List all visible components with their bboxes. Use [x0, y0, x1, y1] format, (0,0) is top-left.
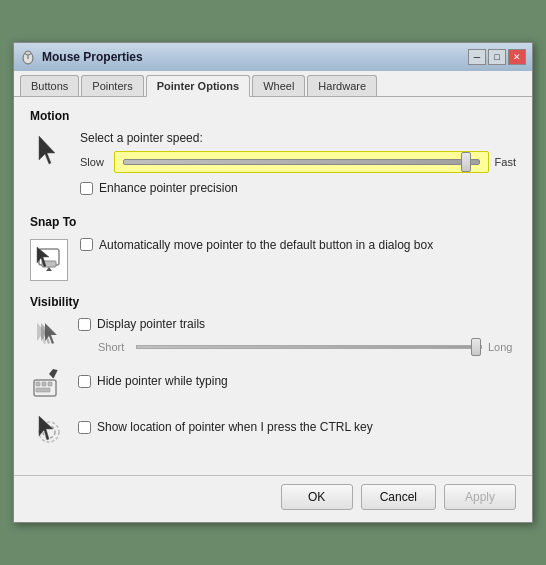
trails-checkbox[interactable]	[78, 318, 91, 331]
trails-icon	[30, 318, 68, 356]
svg-marker-3	[39, 136, 55, 164]
trails-controls: Display pointer trails Short Long	[78, 317, 516, 357]
svg-marker-20	[39, 416, 53, 440]
speed-label: Select a pointer speed:	[80, 131, 516, 145]
trails-item: Display pointer trails Short Long	[30, 317, 516, 357]
show-location-checkbox[interactable]	[78, 421, 91, 434]
fast-label: Fast	[495, 156, 516, 168]
show-location-row: Show location of pointer when I press th…	[78, 420, 516, 434]
keyboard-cursor-icon	[31, 366, 67, 402]
snap-cursor-icon	[35, 245, 63, 275]
tab-pointers[interactable]: Pointers	[81, 75, 143, 96]
snap-to-body: Automatically move pointer to the defaul…	[30, 237, 516, 281]
title-bar-left: Mouse Properties	[20, 49, 143, 65]
visibility-title: Visibility	[30, 295, 516, 309]
title-buttons: ─ □ ✕	[468, 49, 526, 65]
short-label: Short	[98, 341, 130, 353]
motion-body: Select a pointer speed: Slow Fast Enhanc…	[30, 131, 516, 201]
show-location-icon	[30, 411, 68, 449]
svg-point-2	[25, 51, 31, 55]
motion-title: Motion	[30, 109, 516, 123]
long-label: Long	[488, 341, 516, 353]
snap-to-controls: Automatically move pointer to the defaul…	[80, 237, 516, 260]
mouse-properties-window: Mouse Properties ─ □ ✕ Buttons Pointers …	[13, 42, 533, 523]
motion-icon	[30, 131, 68, 169]
trails-slider-thumb[interactable]	[471, 338, 481, 356]
trails-slider-track[interactable]	[136, 337, 482, 357]
tab-hardware[interactable]: Hardware	[307, 75, 377, 96]
content-area: Motion Select a pointer speed: Slow	[14, 97, 532, 475]
hide-pointer-label[interactable]: Hide pointer while typing	[97, 374, 228, 388]
svg-rect-12	[36, 382, 40, 386]
maximize-button[interactable]: □	[488, 49, 506, 65]
slow-label: Slow	[80, 156, 108, 168]
snap-to-row: Automatically move pointer to the defaul…	[80, 237, 516, 254]
ok-button[interactable]: OK	[281, 484, 353, 510]
snap-to-checkbox[interactable]	[80, 238, 93, 251]
cancel-button[interactable]: Cancel	[361, 484, 436, 510]
speed-slider-track[interactable]	[114, 151, 489, 173]
hide-pointer-row: Hide pointer while typing	[78, 374, 516, 388]
show-location-label[interactable]: Show location of pointer when I press th…	[97, 420, 373, 434]
title-bar: Mouse Properties ─ □ ✕	[14, 43, 532, 71]
trails-slider-row: Short Long	[78, 337, 516, 357]
hide-pointer-checkbox[interactable]	[78, 375, 91, 388]
hide-pointer-item: Hide pointer while typing	[30, 365, 516, 403]
mouse-icon	[20, 49, 36, 65]
enhance-precision-row: Enhance pointer precision	[80, 181, 516, 195]
bottom-buttons: OK Cancel Apply	[14, 475, 532, 522]
enhance-precision-label[interactable]: Enhance pointer precision	[99, 181, 238, 195]
motion-controls: Select a pointer speed: Slow Fast Enhanc…	[80, 131, 516, 201]
tabs-bar: Buttons Pointers Pointer Options Wheel H…	[14, 71, 532, 97]
snap-to-section: Snap To Automatically move pointer to th…	[30, 215, 516, 281]
trails-checkbox-row: Display pointer trails	[78, 317, 516, 331]
trails-label[interactable]: Display pointer trails	[97, 317, 205, 331]
close-button[interactable]: ✕	[508, 49, 526, 65]
motion-section: Motion Select a pointer speed: Slow	[30, 109, 516, 201]
hide-pointer-icon	[30, 365, 68, 403]
apply-button[interactable]: Apply	[444, 484, 516, 510]
svg-rect-15	[36, 388, 50, 392]
enhance-precision-checkbox[interactable]	[80, 182, 93, 195]
ctrl-pointer-icon	[31, 412, 67, 448]
svg-rect-13	[42, 382, 46, 386]
show-location-item: Show location of pointer when I press th…	[30, 411, 516, 449]
cursor-speed-icon	[31, 132, 67, 168]
speed-slider-row: Slow Fast	[80, 151, 516, 173]
minimize-button[interactable]: ─	[468, 49, 486, 65]
window-title: Mouse Properties	[42, 50, 143, 64]
snap-to-label[interactable]: Automatically move pointer to the defaul…	[99, 237, 433, 254]
tab-buttons[interactable]: Buttons	[20, 75, 79, 96]
snap-to-title: Snap To	[30, 215, 516, 229]
svg-rect-14	[48, 382, 52, 386]
tab-wheel[interactable]: Wheel	[252, 75, 305, 96]
svg-marker-10	[45, 323, 57, 344]
speed-slider-inner	[123, 159, 480, 165]
visibility-section: Visibility Display pointer trails	[30, 295, 516, 449]
tab-pointer-options[interactable]: Pointer Options	[146, 75, 251, 97]
snap-to-icon	[30, 239, 68, 281]
trails-slider-inner	[136, 345, 482, 349]
svg-marker-6	[46, 267, 52, 271]
speed-slider-thumb[interactable]	[461, 152, 471, 172]
pointer-trails-icon	[31, 319, 67, 355]
